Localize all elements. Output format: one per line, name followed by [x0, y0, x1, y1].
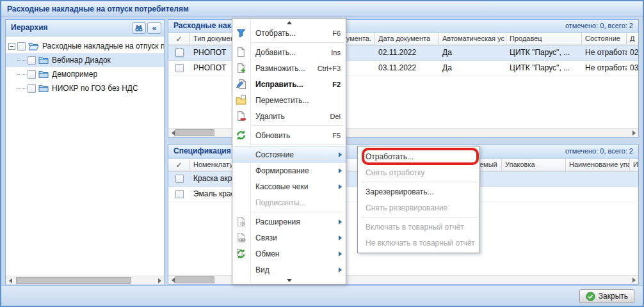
column-header-package[interactable]: Упаковка: [502, 159, 566, 171]
column-header-check[interactable]: ✓: [168, 33, 190, 45]
scroll-left-icon[interactable]: [6, 276, 15, 285]
collapse-node-icon[interactable]: [8, 43, 15, 50]
menu-item-select[interactable]: Отобрать... F6: [232, 25, 346, 41]
exchange-icon: [236, 248, 246, 259]
cell-state: Не отработан: [582, 45, 627, 60]
cell-auto: Да: [439, 45, 506, 60]
scrollbar-thumb[interactable]: [175, 276, 214, 283]
scroll-right-icon[interactable]: [629, 129, 638, 137]
menu-item-links[interactable]: Связи: [232, 230, 346, 246]
cell-extra: [630, 171, 640, 186]
find-button[interactable]: [132, 22, 146, 34]
column-header-auto[interactable]: Автоматическая ус: [439, 33, 506, 45]
cell-seller: ЦИТК "Парус", ...: [506, 45, 582, 60]
open-folder-icon: [28, 42, 39, 51]
cell-doc-date: 02.11.2022: [375, 45, 439, 60]
close-button[interactable]: Закрыть: [579, 289, 634, 303]
submenu-arrow-icon: [339, 152, 342, 157]
scrollbar-thumb[interactable]: [16, 277, 131, 284]
menu-item-extensions[interactable]: Расширения: [232, 214, 346, 230]
menu-item-exchange[interactable]: Обмен: [232, 246, 346, 262]
tree-item-label: Демопример: [52, 70, 97, 79]
tree-item-label: Расходные накладные на отпуск потре: [42, 42, 164, 51]
edit-page-icon: [236, 79, 246, 90]
cell-doc-date: 03.11.2022: [375, 61, 439, 75]
hierarchy-panel-header: Иерархия «: [6, 20, 164, 36]
menu-scroll-up[interactable]: [232, 20, 346, 25]
tree-checkbox[interactable]: [28, 56, 36, 65]
tree-connector: [17, 88, 26, 89]
menu-item-signers[interactable]: Подписанты...: [232, 194, 346, 210]
submenu-item-unreserve[interactable]: Снять резервирование: [358, 200, 479, 216]
submenu-item-reserve[interactable]: Зарезервировать...: [358, 184, 479, 200]
submenu-arrow-icon: [339, 219, 342, 224]
menu-item-state[interactable]: Состояние: [232, 146, 346, 162]
cell-auto: Да: [439, 61, 506, 75]
scroll-down-icon: [287, 279, 292, 282]
hierarchy-panel-title: Иерархия: [11, 23, 48, 32]
context-menu: Отобрать... F6 Добавить... Ins Размножит…: [232, 18, 346, 285]
row-checkbox[interactable]: [175, 190, 184, 198]
specification-counter: отмечено: 0, всего: 2: [565, 145, 633, 158]
copy-page-plus-icon: [236, 63, 246, 74]
menu-item-delete[interactable]: Удалить Del: [232, 108, 346, 124]
column-header-extra[interactable]: Д: [627, 33, 640, 45]
tree-item-root[interactable]: Расходные накладные на отпуск потре: [6, 39, 164, 53]
close-button-label: Закрыть: [599, 292, 628, 301]
column-header-extra[interactable]: И: [630, 159, 640, 171]
row-checkbox[interactable]: [175, 49, 184, 57]
delete-page-icon: [236, 111, 246, 122]
specification-panel-title: Спецификация: [173, 146, 231, 155]
submenu-item-include-report[interactable]: Включать в товарный отчёт: [358, 219, 479, 235]
row-checkbox[interactable]: [175, 64, 184, 72]
documents-counter: отмечено: 0, всего: 2: [565, 20, 633, 32]
tree-checkbox[interactable]: [28, 70, 36, 79]
folder-icon: [38, 70, 49, 79]
submenu-arrow-icon: [339, 235, 342, 240]
menu-item-move[interactable]: Переместить...: [232, 92, 346, 108]
column-header-package-name[interactable]: Наименование упа: [566, 159, 630, 171]
menu-separator: [362, 182, 478, 182]
menu-separator: [252, 125, 344, 126]
hierarchy-hscrollbar[interactable]: [6, 276, 164, 285]
tree-item-niokr[interactable]: НИОКР по ГОЗ без НДС: [6, 81, 164, 95]
refresh-icon: [236, 130, 246, 141]
tree-connector: [17, 74, 26, 75]
menu-item-add[interactable]: Добавить... Ins: [232, 44, 346, 60]
menu-item-forming[interactable]: Формирование: [232, 162, 346, 178]
submenu-item-unprocess[interactable]: Снять отработку: [358, 164, 479, 180]
menu-separator: [252, 42, 344, 43]
tree-item-label: Вебинар Диадок: [52, 56, 111, 65]
column-header-state[interactable]: Состояние: [582, 33, 627, 45]
column-header-check[interactable]: ✓: [168, 159, 190, 171]
page-link-icon: [236, 232, 246, 243]
menu-item-view[interactable]: Вид: [232, 262, 346, 278]
menu-item-edit[interactable]: Исправить... F2: [232, 76, 346, 92]
tree-checkbox[interactable]: [28, 84, 36, 93]
scroll-right-icon[interactable]: [629, 276, 638, 284]
tree-item-demoprimer[interactable]: Демопример: [6, 67, 164, 81]
cell-extra: 02: [627, 45, 640, 60]
scrollbar-thumb[interactable]: [175, 129, 214, 136]
row-checkbox[interactable]: [175, 175, 184, 183]
hierarchy-panel: Иерархия «: [5, 19, 165, 285]
tree-checkbox[interactable]: [17, 42, 26, 51]
column-header-seller[interactable]: Продавец: [506, 33, 582, 45]
binoculars-icon: [134, 24, 143, 33]
scroll-right-icon[interactable]: [155, 276, 164, 285]
menu-scroll-down[interactable]: [232, 278, 346, 283]
submenu-item-exclude-report[interactable]: Не включать в товарный отчёт: [358, 235, 479, 251]
menu-item-cash-receipts[interactable]: Кассовые чеки: [232, 178, 346, 194]
menu-separator: [252, 145, 344, 145]
footer-bar: Закрыть: [1, 285, 643, 306]
menu-item-refresh[interactable]: Обновить F5: [232, 127, 346, 143]
submenu-arrow-icon: [339, 184, 342, 189]
tree-connector: [17, 60, 26, 61]
collapse-panel-button[interactable]: «: [147, 22, 161, 34]
cell-seller: ЦИТК "Парус", ...: [506, 61, 582, 75]
cell-package: [502, 171, 566, 186]
tree-item-vebinar[interactable]: Вебинар Диадок: [6, 53, 164, 67]
menu-item-duplicate[interactable]: Размножить... Ctrl+F3: [232, 60, 346, 76]
submenu-item-process[interactable]: Отработать...: [358, 148, 479, 164]
column-header-doc-date[interactable]: Дата документа: [375, 33, 439, 45]
